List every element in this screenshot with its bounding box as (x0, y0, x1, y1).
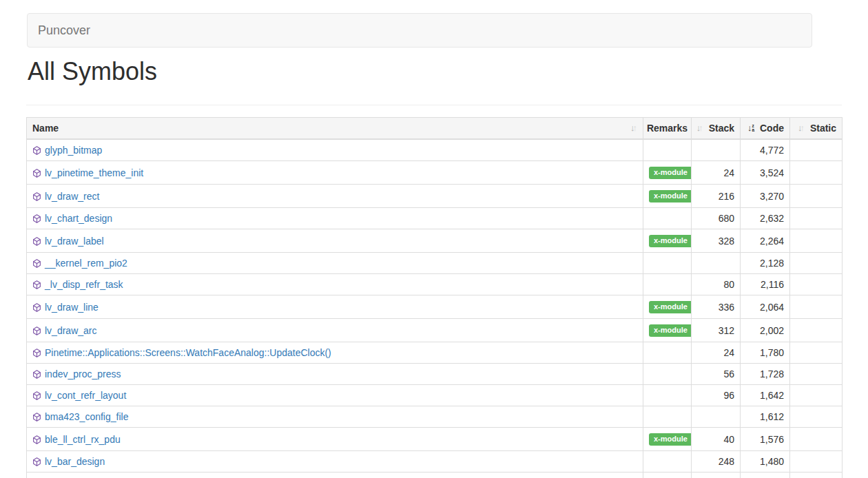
sort-icon: ↓↑ (630, 123, 637, 134)
symbol-link[interactable]: ble_ll_ctrl_rx_pdu (45, 434, 121, 445)
table-row: _lv_disp_refr_task802,116 (27, 274, 843, 295)
remarks-cell (643, 139, 692, 161)
remarks-cell (643, 253, 692, 274)
code-cell: 1,612 (741, 406, 790, 428)
x-module-badge: x-module (649, 324, 692, 337)
stack-cell: 56 (692, 364, 741, 385)
code-cell: 2,632 (741, 208, 790, 229)
remarks-cell (643, 274, 692, 295)
symbol-link[interactable]: __kernel_rem_pio2 (45, 258, 127, 269)
symbol-link[interactable]: lv_chart_design (45, 213, 112, 224)
static-cell (790, 319, 843, 342)
page-title: All Symbols (28, 58, 157, 85)
cube-icon (32, 280, 41, 290)
stack-cell: 24 (692, 161, 741, 185)
symbol-link[interactable]: _lv_disp_refr_task (45, 279, 123, 290)
stack-cell (692, 253, 741, 274)
symbol-link[interactable]: lv_draw_label (45, 236, 104, 247)
symbol-link[interactable]: bma423_config_file (45, 411, 128, 422)
stack-cell: 80 (692, 274, 741, 295)
stack-cell: 88 (692, 472, 741, 478)
cube-icon (32, 145, 41, 156)
code-cell: 1,402 (741, 472, 790, 478)
name-cell: lv_chart_design (27, 208, 643, 229)
table-row: lv_draw_linex-module3362,064 (27, 295, 843, 319)
table-row: __kernel_rem_pio22,128 (27, 253, 843, 274)
cube-icon (32, 258, 41, 269)
column-header-remarks: Remarks (643, 118, 692, 140)
remarks-cell (643, 472, 692, 478)
navbar: Puncover (27, 13, 812, 48)
name-cell: lv_pinetime_theme_init (27, 161, 643, 185)
code-cell: 1,780 (741, 342, 790, 364)
remarks-cell: x-module (643, 229, 692, 253)
symbol-link[interactable]: lv_bar_design (45, 456, 105, 467)
remarks-cell (643, 385, 692, 406)
symbol-link[interactable]: lv_pinetime_theme_init (45, 167, 143, 178)
column-header-name[interactable]: Name ↓↑ (27, 118, 643, 140)
symbol-link[interactable]: glyph_bitmap (45, 145, 102, 156)
code-cell: 2,002 (741, 319, 790, 342)
symbol-link[interactable]: lv_draw_rect (45, 191, 99, 202)
static-cell (790, 406, 843, 428)
stack-cell: 248 (692, 451, 741, 472)
symbol-link[interactable]: indev_proc_press (45, 368, 121, 380)
column-label: Stack (709, 123, 734, 134)
stack-cell: 328 (692, 229, 741, 253)
code-cell: 1,728 (741, 364, 790, 385)
navbar-brand[interactable]: Puncover (28, 14, 101, 47)
table-row: lv_chart_design6802,632 (27, 208, 843, 229)
column-label: Code (760, 123, 784, 134)
name-cell: ble_ll_ctrl_rx_pdu (27, 428, 643, 451)
remarks-cell (643, 364, 692, 385)
column-label: Static (810, 123, 836, 134)
symbol-link[interactable]: Pinetime::Applications::Screens::WatchFa… (45, 347, 331, 358)
page: Puncover All Symbols Name ↓↑ Remarks (0, 0, 868, 478)
static-cell (790, 428, 843, 451)
cube-icon (32, 326, 41, 336)
symbols-table-body: glyph_bitmap4,772lv_pinetime_theme_initx… (27, 139, 843, 478)
table-row: lv_draw_arcx-module3122,002 (27, 319, 843, 342)
symbol-link[interactable]: lv_draw_line (45, 302, 99, 313)
code-cell: 3,524 (741, 161, 790, 185)
cube-icon (32, 168, 41, 178)
symbol-link[interactable]: lv_draw_arc (45, 325, 96, 336)
stack-cell: 24 (692, 342, 741, 364)
column-header-code[interactable]: ↓za Code (741, 118, 790, 140)
static-cell (790, 342, 843, 364)
static-cell (790, 364, 843, 385)
table-row: lv_draw_rectx-module2163,270 (27, 185, 843, 208)
table-row: ble_ll_ctrl_rx_pdux-module401,576 (27, 428, 843, 451)
stack-cell: 40 (692, 428, 741, 451)
column-header-stack[interactable]: ↓↑ Stack (692, 118, 741, 140)
table-row: lv_bar_design2481,480 (27, 451, 843, 472)
sort-icon: ↓↑ (696, 123, 703, 134)
table-row: glyph_bitmap4,772 (27, 139, 843, 161)
heading-divider (26, 105, 842, 105)
cube-icon (32, 236, 41, 247)
name-cell: _lv_disp_refr_task (27, 274, 643, 295)
column-header-static[interactable]: ↓↑ Static (790, 118, 843, 140)
code-cell: 3,270 (741, 185, 790, 208)
symbol-link[interactable]: lv_cont_refr_layout (45, 390, 126, 401)
cube-icon (32, 214, 41, 224)
table-header-row: Name ↓↑ Remarks ↓↑ Stack (27, 118, 843, 140)
table-row: lv_pinetime_theme_initx-module243,524 (27, 161, 843, 185)
x-module-badge: x-module (649, 190, 692, 202)
static-cell (790, 161, 843, 185)
static-cell (790, 229, 843, 253)
stack-cell (692, 139, 741, 161)
static-cell (790, 451, 843, 472)
static-cell (790, 295, 843, 319)
name-cell: Pinetime::Applications::Screens::WatchFa… (27, 342, 643, 364)
code-cell: 1,480 (741, 451, 790, 472)
name-cell: lv_bar_design (27, 451, 643, 472)
static-cell (790, 208, 843, 229)
table-row: Pinetime::Applications::Screens::WatchFa… (27, 342, 843, 364)
cube-icon (32, 348, 41, 358)
table-row: indev_proc_press561,728 (27, 364, 843, 385)
remarks-cell (643, 406, 692, 428)
stack-cell: 680 (692, 208, 741, 229)
sort-desc-icon: ↓za (747, 123, 754, 134)
name-cell: lv_cont_refr_layout (27, 385, 643, 406)
